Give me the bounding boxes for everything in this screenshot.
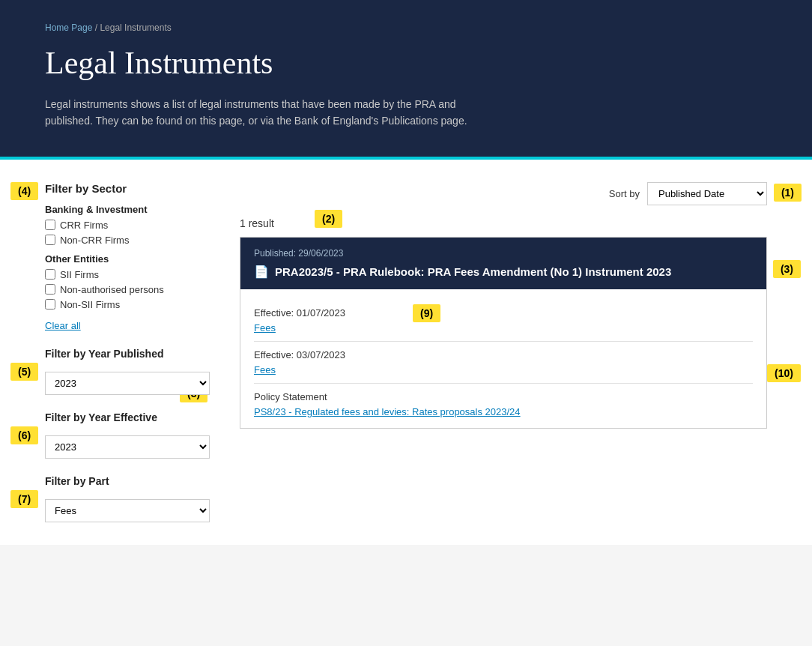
checkbox-non-sii-firms-label: Non-SII Firms	[60, 299, 120, 310]
filter-part-title: Filter by Part	[45, 475, 210, 487]
filter-part-section: (7) Filter by Part Fees All Parts Capita…	[45, 475, 210, 522]
filter-year-published-section: (5) Filter by Year Published 2023 2022 2…	[45, 348, 210, 395]
checkbox-non-crr-firms[interactable]: Non-CRR Firms	[45, 235, 210, 246]
checkbox-non-sii-firms[interactable]: Non-SII Firms	[45, 299, 210, 310]
annotation-7: (7)	[10, 490, 38, 508]
breadcrumb: Home Page / Legal Instruments	[45, 22, 767, 33]
sort-select[interactable]: Published Date Effective Date Title	[647, 182, 767, 205]
result-card-header: Published: 29/06/2023 📄 PRA2023/5 - PRA …	[240, 238, 766, 289]
results-count: (2) 1 result	[240, 217, 767, 229]
filter-banking-group-title: Banking & Investment	[45, 204, 210, 215]
filter-part-select[interactable]: Fees All Parts Capital	[45, 499, 210, 522]
filter-other-group-title: Other Entities	[45, 253, 210, 265]
filter-year-effective-title: Filter by Year Effective	[45, 411, 210, 423]
result-effective-1: Effective: 01/07/2023	[254, 307, 753, 319]
page-title: Legal Instruments	[45, 45, 767, 81]
filter-sector-title: Filter by Sector	[45, 182, 210, 195]
annotation-5: (5)	[10, 363, 38, 381]
result-policy-link[interactable]: PS8/23 - Regulated fees and levies: Rate…	[254, 406, 521, 417]
checkbox-non-sii-firms-input[interactable]	[45, 299, 55, 310]
checkbox-non-auth-persons-label: Non-authorised persons	[60, 284, 164, 295]
checkbox-sii-firms-input[interactable]	[45, 269, 55, 280]
checkbox-non-crr-firms-label: Non-CRR Firms	[60, 235, 129, 246]
filter-year-published-select[interactable]: 2023 2022 2021 2020	[45, 372, 210, 395]
result-card: (3) Published: 29/06/2023 📄 PRA2023/5 - …	[240, 237, 767, 429]
sort-label: Sort by	[609, 188, 640, 199]
checkbox-sii-firms-label: SII Firms	[60, 269, 99, 280]
result-published-date: Published: 29/06/2023	[254, 248, 753, 259]
checkbox-crr-firms-label: CRR Firms	[60, 220, 108, 231]
sort-bar: (1) Sort by Published Date Effective Dat…	[240, 182, 767, 205]
result-title-row: 📄 PRA2023/5 - PRA Rulebook: PRA Fees Ame…	[254, 265, 753, 279]
document-icon: 📄	[254, 265, 269, 279]
checkbox-non-crr-firms-input[interactable]	[45, 235, 55, 245]
clear-all-button[interactable]: Clear all	[45, 320, 81, 331]
checkbox-non-auth-persons[interactable]: Non-authorised persons	[45, 284, 210, 295]
sidebar-filters: (4) Filter by Sector Banking & Investmen…	[45, 182, 210, 522]
breadcrumb-home-link[interactable]: Home Page	[45, 22, 92, 33]
checkbox-sii-firms[interactable]: SII Firms	[45, 269, 210, 280]
checkbox-crr-firms[interactable]: CRR Firms	[45, 220, 210, 231]
filter-year-effective-section: (6) Filter by Year Effective 2023 2022 2…	[45, 411, 210, 459]
result-divider-2	[254, 383, 753, 384]
annotation-6: (6)	[10, 426, 38, 444]
result-title-link[interactable]: PRA2023/5 - PRA Rulebook: PRA Fees Amend…	[275, 265, 671, 278]
breadcrumb-current: Legal Instruments	[100, 22, 171, 33]
main-content: (4) Filter by Sector Banking & Investmen…	[0, 160, 812, 545]
annotation-4: (4)	[10, 182, 38, 200]
result-card-body: (9) Effective: 01/07/2023 Fees Effective…	[240, 289, 766, 428]
annotation-1: (1)	[774, 184, 802, 202]
annotation-3: (3)	[773, 260, 801, 278]
checkbox-non-auth-persons-input[interactable]	[45, 284, 55, 295]
results-area: (1) Sort by Published Date Effective Dat…	[240, 182, 767, 522]
annotation-10: (10)	[767, 364, 801, 382]
results-count-text: 1 result	[240, 217, 274, 229]
result-fees-link-2[interactable]: Fees	[254, 364, 276, 375]
result-effective-2: Effective: 03/07/2023	[254, 349, 753, 360]
filter-year-published-title: Filter by Year Published	[45, 348, 210, 360]
result-fees-link-1[interactable]: Fees	[254, 322, 276, 333]
hero-description: Legal instruments shows a list of legal …	[45, 96, 479, 130]
annotation-2: (2)	[315, 210, 342, 228]
filter-year-effective-select[interactable]: 2023 2022 2021 2020	[45, 435, 210, 459]
result-policy-label: Policy Statement	[254, 391, 753, 402]
checkbox-crr-firms-input[interactable]	[45, 220, 55, 230]
hero-accent-bar	[0, 157, 812, 160]
result-divider-1	[254, 341, 753, 342]
hero-section: Home Page / Legal Instruments Legal Inst…	[0, 0, 812, 160]
